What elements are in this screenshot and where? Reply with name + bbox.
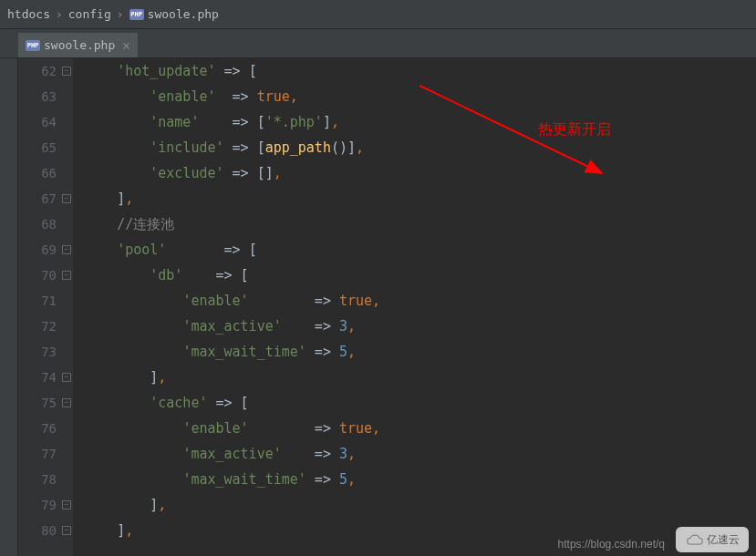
code-line[interactable]: 'pool' => [ — [84, 237, 756, 263]
fold-icon[interactable]: − — [62, 373, 71, 382]
fold-icon[interactable]: − — [62, 526, 71, 535]
code-line[interactable]: 'cache' => [ — [84, 390, 756, 416]
code-line[interactable]: 'enable' => true, — [84, 416, 756, 441]
line-number: 62− — [18, 58, 73, 84]
code-line[interactable]: 'max_active' => 3, — [84, 441, 756, 467]
annotation-label: 热更新开启 — [538, 120, 611, 139]
line-number: 69− — [18, 237, 73, 263]
line-number: 75− — [18, 390, 73, 416]
tab-label: swoole.php — [44, 38, 115, 52]
line-number: 70− — [18, 263, 73, 288]
line-number: 67− — [18, 186, 73, 211]
watermark-logo: 亿速云 — [676, 527, 749, 552]
fold-icon[interactable]: − — [62, 271, 71, 280]
line-number: 78 — [18, 467, 73, 492]
code-line[interactable]: ], — [84, 186, 756, 211]
tab-file[interactable]: PHP swoole.php × — [18, 32, 138, 57]
watermark-logo-text: 亿速云 — [707, 532, 740, 548]
gutter: 62−6364656667−6869−70−71727374−75−767778… — [18, 58, 73, 556]
line-number: 73 — [18, 339, 73, 365]
code-line[interactable]: //连接池 — [84, 211, 756, 237]
tab-bar: PHP swoole.php × — [0, 29, 756, 58]
code-area[interactable]: 'hot_update' => [ 'enable' => true, 'nam… — [73, 58, 756, 556]
watermark-url: https://blog.csdn.net/q — [558, 538, 665, 551]
breadcrumb-item[interactable]: PHP swoole.php — [129, 7, 219, 21]
code-line[interactable]: ], — [84, 365, 756, 390]
line-number: 63 — [18, 84, 73, 109]
editor: 62−6364656667−6869−70−71727374−75−767778… — [0, 58, 756, 556]
fold-icon[interactable]: − — [62, 67, 71, 76]
code-line[interactable]: 'enable' => true, — [84, 84, 756, 109]
close-icon[interactable]: × — [122, 38, 129, 53]
breadcrumb: htdocs › config › PHP swoole.php — [0, 0, 756, 29]
tool-window-bar[interactable] — [0, 58, 18, 556]
code-line[interactable]: 'enable' => true, — [84, 288, 756, 314]
line-number: 79− — [18, 492, 73, 518]
fold-icon[interactable]: − — [62, 398, 71, 407]
line-number: 64 — [18, 109, 73, 135]
line-number: 77 — [18, 441, 73, 467]
fold-icon[interactable]: − — [62, 245, 71, 254]
fold-icon[interactable]: − — [62, 500, 71, 510]
php-file-icon: PHP — [129, 9, 144, 20]
code-line[interactable]: 'hot_update' => [ — [84, 58, 756, 84]
line-number: 68 — [18, 211, 73, 237]
line-number: 74− — [18, 365, 73, 390]
fold-icon[interactable]: − — [62, 194, 71, 203]
line-number: 65 — [18, 135, 73, 160]
breadcrumb-item[interactable]: config — [68, 7, 111, 21]
line-number: 72 — [18, 314, 73, 339]
chevron-right-icon: › — [117, 7, 124, 21]
code-line[interactable]: ], — [84, 492, 756, 518]
breadcrumb-item[interactable]: htdocs — [7, 7, 50, 21]
php-file-icon: PHP — [26, 40, 40, 51]
line-number: 66 — [18, 160, 73, 186]
code-line[interactable]: 'name' => ['*.php'], — [84, 109, 756, 135]
line-number: 71 — [18, 288, 73, 314]
code-line[interactable]: 'max_wait_time' => 5, — [84, 467, 756, 492]
code-line[interactable]: 'max_active' => 3, — [84, 314, 756, 339]
line-number: 76 — [18, 416, 73, 441]
code-line[interactable]: 'db' => [ — [84, 263, 756, 288]
cloud-icon — [686, 533, 704, 546]
code-line[interactable]: 'max_wait_time' => 5, — [84, 339, 756, 365]
line-number: 80− — [18, 518, 73, 543]
breadcrumb-file-label: swoole.php — [148, 7, 219, 21]
chevron-right-icon: › — [56, 7, 63, 21]
code-line[interactable]: 'exclude' => [], — [84, 160, 756, 186]
code-line[interactable]: 'include' => [app_path()], — [84, 135, 756, 160]
